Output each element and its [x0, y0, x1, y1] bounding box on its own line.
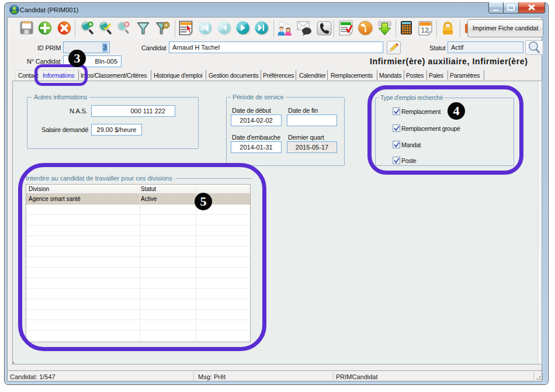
svg-text:12: 12	[421, 26, 429, 34]
